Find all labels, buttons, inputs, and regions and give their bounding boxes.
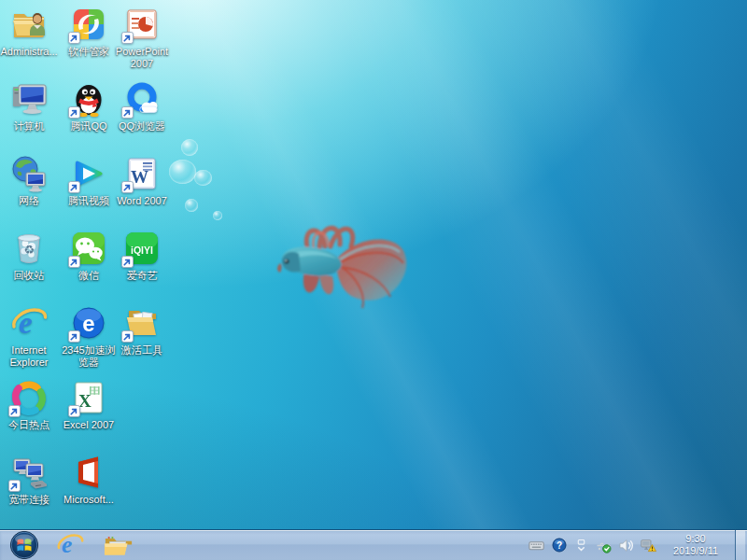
ie-icon: e [10,304,48,342]
tray-icon-volume[interactable] [618,538,634,553]
desktop-icon-label: Administra... [0,46,61,58]
shortcut-arrow-badge [121,181,134,193]
desktop-icon-label: Internet Explorer [0,344,61,369]
qq-browser-icon [123,80,161,118]
desktop-icon-broadband-connection[interactable]: 宽带连接 [0,454,61,506]
desktop-icon-label: Excel 2007 [57,419,120,431]
powerpoint-icon [123,6,161,43]
network-icon [10,155,48,192]
pinned-apps: e [54,531,134,559]
show-desktop-button[interactable] [735,530,745,560]
desktop-icon-label: 今日热点 [0,419,61,431]
betta-fish-wallpaper [273,211,415,329]
tray-icon-safely-remove-hardware[interactable] [596,538,612,553]
desktop-icon-label: QQ浏览器 [110,120,174,133]
shortcut-arrow-badge [121,256,134,268]
clock-time: 9:30 [666,533,726,545]
start-button[interactable] [9,530,39,560]
shortcut-arrow-badge [8,405,21,417]
desktop-icon-label: 爱奇艺 [110,270,174,282]
clock-date: 2019/9/11 [666,545,726,557]
shortcut-arrow-badge [68,32,80,44]
desktop-icon-excel-2007[interactable]: X Excel 2007 [57,379,120,431]
bubble [213,211,222,220]
system-tray: ? 9:30 2019/9/11 [529,530,747,560]
svg-text:e: e [82,311,94,336]
svg-text:X: X [78,391,92,411]
desktop-icon-network[interactable]: 网络 [0,155,61,207]
bubble [181,139,198,156]
today-hotspot-icon [10,379,48,416]
desktop-icon-today-hotspot[interactable]: 今日热点 [0,379,61,431]
desktop-icon-iqiyi[interactable]: iQIYI 爱奇艺 [110,230,174,282]
svg-text:iQIYI: iQIYI [131,245,153,256]
desktop-icon-label: Microsoft... [57,494,120,506]
broadband-icon [10,454,48,491]
shortcut-arrow-badge [68,181,80,193]
tray-icon-show-hidden-icons[interactable] [573,538,589,553]
desktop-icon-qq-browser[interactable]: QQ浏览器 [110,80,174,133]
taskbar-button-internet-explorer[interactable]: e [54,531,86,559]
taskbar-clock[interactable]: 9:30 2019/9/11 [666,533,726,557]
desktop-icon-recycle-bin[interactable]: ♻ 回收站 [0,230,61,282]
svg-text:?: ? [556,540,561,551]
tencent-video-icon [70,155,107,192]
shortcut-arrow-badge [121,32,134,44]
desktop-icon-computer[interactable]: 计算机 [0,80,61,133]
shortcut-arrow-badge [121,106,134,119]
desktop-icon-label: 计算机 [0,120,61,133]
desktop-icon-activation-tool[interactable]: 激活工具 [110,304,174,357]
computer-icon [10,80,48,118]
desktop: Administra... 软件管家 PowerPoint 2007 计算机 腾… [0,0,747,530]
shortcut-arrow-badge [68,330,80,343]
recycle-bin-icon: ♻ [10,230,48,267]
browser-2345-icon: e [70,304,107,342]
user-folder-icon [10,6,48,43]
desktop-icon-label: PowerPoint 2007 [110,46,174,70]
shortcut-arrow-badge [8,480,21,492]
tray-icon-input-indicator[interactable] [529,538,544,553]
shortcut-arrow-badge [68,106,80,119]
svg-text:♻: ♻ [23,243,35,257]
desktop-icon-label: 网络 [0,195,61,207]
desktop-icon-word-2007[interactable]: W Word 2007 [110,155,174,207]
office-icon [70,454,107,491]
taskbar: e ? 9:30 2019/9/11 [0,529,747,560]
desktop-icon-label: Word 2007 [110,195,174,207]
desktop-icon-label: 回收站 [0,270,61,282]
activation-folder-icon [123,304,161,342]
software-manager-icon [70,6,107,43]
word-icon: W [123,155,161,192]
shortcut-arrow-badge [68,256,80,268]
taskbar-button-windows-explorer[interactable] [103,531,134,559]
qq-icon [70,80,107,118]
bubble [185,199,198,212]
excel-icon: X [70,379,107,416]
desktop-icon-microsoft-office[interactable]: Microsoft... [57,454,120,506]
desktop-icon-administrator-folder[interactable]: Administra... [0,6,61,58]
desktop-icon-powerpoint-2007[interactable]: PowerPoint 2007 [110,6,174,70]
bubble [194,170,212,186]
tray-icon-help-bubble[interactable]: ? [551,538,567,553]
desktop-icon-label: 宽带连接 [0,494,61,506]
shortcut-arrow-badge [68,405,80,417]
tray-icons: ? [529,538,656,553]
shortcut-arrow-badge [121,330,134,343]
desktop-icon-internet-explorer[interactable]: e Internet Explorer [0,304,61,369]
tray-icon-network-status-warning[interactable] [641,538,656,553]
desktop-icon-label: 激活工具 [110,344,174,357]
iqiyi-icon: iQIYI [123,230,161,267]
wechat-icon [70,230,107,267]
